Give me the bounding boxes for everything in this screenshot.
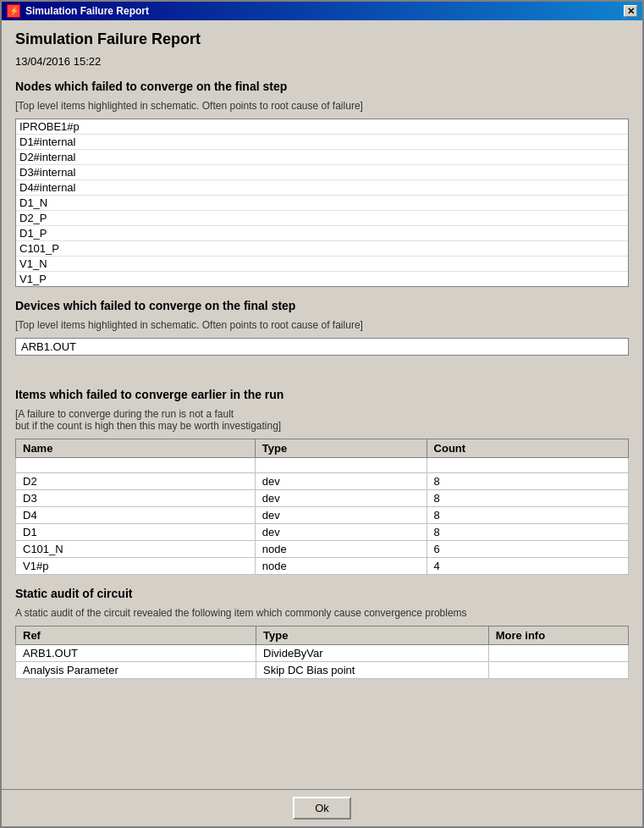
report-title: Simulation Failure Report	[15, 30, 629, 48]
report-date: 13/04/2016 15:22	[15, 55, 629, 68]
ok-button[interactable]: Ok	[293, 797, 351, 820]
nodes-note: [Top level items highlighted in schemati…	[15, 100, 629, 112]
table-row: C101_Nnode6	[16, 541, 629, 558]
node-list-item: D4#internal	[16, 180, 628, 196]
col-type: Type	[255, 439, 427, 458]
table-row: ARB1.OUTDivideByVar	[16, 645, 629, 662]
node-list-item: D1#internal	[16, 135, 628, 150]
node-list-item: D3#internal	[16, 165, 628, 180]
earlier-heading: Items which failed to converge earlier i…	[15, 388, 629, 401]
content-area: Simulation Failure Report 13/04/2016 15:…	[2, 20, 642, 789]
devices-note: [Top level items highlighted in schemati…	[15, 319, 629, 331]
node-list-item: D2_P	[16, 211, 628, 226]
title-bar: ⚡ Simulation Failure Report ✕	[2, 2, 642, 20]
table-row: Analysis ParameterSkip DC Bias point	[16, 662, 629, 679]
node-list-item: IPROBE1#p	[16, 119, 628, 135]
table-row: D3dev8	[16, 490, 629, 507]
table-row: D2dev8	[16, 473, 629, 490]
title-bar-text: Simulation Failure Report	[25, 5, 149, 17]
table-row: D4dev8	[16, 507, 629, 524]
node-list-item: V1_N	[16, 257, 628, 272]
earlier-note: [A failure to converge during the run is…	[15, 408, 629, 432]
devices-heading: Devices which failed to converge on the …	[15, 299, 629, 312]
app-icon: ⚡	[7, 4, 20, 18]
audit-table: Ref Type More info ARB1.OUTDivideByVarAn…	[15, 626, 629, 679]
close-button[interactable]: ✕	[624, 5, 637, 17]
table-row-empty	[16, 458, 629, 473]
col-count: Count	[427, 439, 628, 458]
static-audit-note: A static audit of the circuit revealed t…	[15, 607, 629, 619]
audit-col-info: More info	[488, 627, 628, 645]
footer: Ok	[2, 789, 642, 826]
node-list-item: C101_P	[16, 241, 628, 257]
nodes-heading: Nodes which failed to converge on the fi…	[15, 80, 629, 93]
table-row: D1dev8	[16, 524, 629, 541]
audit-col-type: Type	[256, 627, 489, 645]
node-list-item: V1_P	[16, 272, 628, 286]
main-window: ⚡ Simulation Failure Report ✕ Simulation…	[0, 0, 644, 828]
title-bar-left: ⚡ Simulation Failure Report	[7, 4, 149, 18]
col-name: Name	[16, 439, 256, 458]
static-audit-heading: Static audit of circuit	[15, 587, 629, 600]
table-row: V1#pnode4	[16, 558, 629, 575]
nodes-list: IPROBE1#pD1#internalD2#internalD3#intern…	[15, 119, 629, 287]
device-item: ARB1.OUT	[15, 338, 629, 356]
node-list-item: D1_N	[16, 196, 628, 211]
node-list-item: D1_P	[16, 226, 628, 241]
convergence-table: Name Type Count D2dev8D3dev8D4dev8D1dev8…	[15, 439, 629, 575]
audit-col-ref: Ref	[16, 627, 256, 645]
node-list-item: D2#internal	[16, 150, 628, 165]
